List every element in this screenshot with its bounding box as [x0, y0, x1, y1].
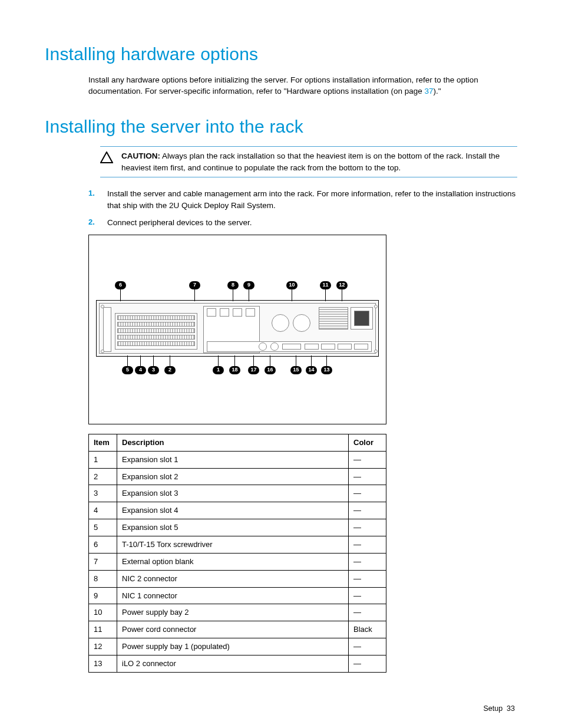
intro-text-pre: Install any hardware options before init… [88, 75, 478, 96]
callout-10: 10 [286, 281, 297, 289]
cell-description: Expansion slot 4 [117, 502, 349, 519]
cell-item: 2 [89, 468, 117, 485]
cell-item: 8 [89, 570, 117, 587]
heading-installing-server-rack: Installing the server into the rack [45, 114, 517, 140]
callout-18: 18 [229, 366, 240, 374]
install-steps-list: Install the server and cable management … [88, 188, 517, 229]
th-item: Item [89, 434, 117, 451]
cell-item: 7 [89, 553, 117, 570]
table-row: 10Power supply bay 2— [89, 604, 386, 621]
cell-description: Expansion slot 1 [117, 451, 349, 468]
callout-15: 15 [290, 366, 302, 374]
footer-section: Setup [483, 704, 503, 713]
connector-table: Item Description Color 1Expansion slot 1… [88, 434, 386, 673]
callout-3: 3 [148, 366, 159, 374]
cell-item: 1 [89, 451, 117, 468]
caution-text: CAUTION: Always plan the rack installati… [121, 150, 517, 173]
callout-13: 13 [321, 366, 332, 374]
cell-color: Black [349, 621, 386, 638]
cell-description: External option blank [117, 553, 349, 570]
callout-9: 9 [243, 281, 254, 289]
cell-description: Power cord connector [117, 621, 349, 638]
callout-16: 16 [265, 366, 276, 374]
cell-item: 9 [89, 587, 117, 604]
cell-color: — [349, 485, 386, 502]
caution-label: CAUTION: [121, 151, 160, 160]
callout-11: 11 [320, 281, 331, 289]
th-color: Color [349, 434, 386, 451]
page-footer: Setup 33 [45, 703, 517, 714]
cell-description: Expansion slot 3 [117, 485, 349, 502]
table-row: 9NIC 1 connector— [89, 587, 386, 604]
callout-5: 5 [122, 366, 133, 374]
table-row: 4Expansion slot 4— [89, 502, 386, 519]
section-intro-hardware: Install any hardware options before init… [88, 74, 517, 97]
cell-description: Expansion slot 2 [117, 468, 349, 485]
cell-item: 12 [89, 638, 117, 655]
table-row: 2Expansion slot 2— [89, 468, 386, 485]
cell-item: 13 [89, 655, 117, 672]
heading-installing-hardware-options: Installing hardware options [45, 41, 517, 67]
table-row: 3Expansion slot 3— [89, 485, 386, 502]
step-2: Connect peripheral devices to the server… [88, 217, 517, 229]
caution-body: Always plan the rack installation so tha… [121, 151, 500, 172]
footer-page: 33 [507, 704, 515, 713]
cell-description: Power supply bay 1 (populated) [117, 638, 349, 655]
cell-color: — [349, 553, 386, 570]
cell-item: 11 [89, 621, 117, 638]
callout-14: 14 [306, 366, 317, 374]
callout-12: 12 [336, 281, 348, 289]
intro-text-post: )." [434, 87, 441, 95]
callout-4: 4 [135, 366, 146, 374]
table-row: 5Expansion slot 5— [89, 519, 386, 536]
cell-item: 3 [89, 485, 117, 502]
table-row: 6T-10/T-15 Torx screwdriver— [89, 536, 386, 554]
cell-description: iLO 2 connector [117, 655, 349, 672]
cell-color: — [349, 604, 386, 621]
cell-color: — [349, 502, 386, 519]
table-row: 1Expansion slot 1— [89, 451, 386, 468]
caution-box: CAUTION: Always plan the rack installati… [100, 146, 517, 177]
cell-color: — [349, 638, 386, 655]
table-row: 11Power cord connectorBlack [89, 621, 386, 638]
cell-description: NIC 1 connector [117, 587, 349, 604]
table-row: 8NIC 2 connector— [89, 570, 386, 587]
th-description: Description [117, 434, 349, 451]
svg-marker-0 [101, 152, 113, 163]
server-rear-diagram: 678910111254321181716151413 [88, 235, 386, 424]
cell-color: — [349, 468, 386, 485]
cell-color: — [349, 570, 386, 587]
cell-item: 6 [89, 536, 117, 554]
table-row: 12Power supply bay 1 (populated)— [89, 638, 386, 655]
callout-6: 6 [115, 281, 126, 289]
step-1: Install the server and cable management … [88, 188, 517, 211]
cell-color: — [349, 536, 386, 554]
table-row: 13iLO 2 connector— [89, 655, 386, 672]
cell-description: Power supply bay 2 [117, 604, 349, 621]
cell-color: — [349, 655, 386, 672]
cell-color: — [349, 451, 386, 468]
cell-item: 5 [89, 519, 117, 536]
callout-2: 2 [164, 366, 176, 374]
cell-item: 10 [89, 604, 117, 621]
cell-description: NIC 2 connector [117, 570, 349, 587]
callout-17: 17 [248, 366, 259, 374]
caution-icon [100, 150, 113, 173]
cell-item: 4 [89, 502, 117, 519]
cell-description: T-10/T-15 Torx screwdriver [117, 536, 349, 554]
callout-1: 1 [213, 366, 224, 374]
callout-8: 8 [227, 281, 239, 289]
page-link-37[interactable]: 37 [425, 87, 434, 95]
cell-color: — [349, 587, 386, 604]
cell-description: Expansion slot 5 [117, 519, 349, 536]
cell-color: — [349, 519, 386, 536]
callout-7: 7 [189, 281, 200, 289]
table-row: 7External option blank— [89, 553, 386, 570]
